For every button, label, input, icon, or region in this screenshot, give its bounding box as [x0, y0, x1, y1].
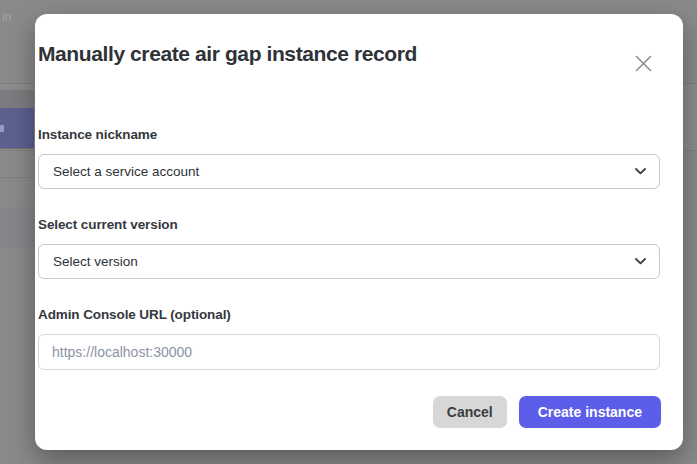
background-divider: [0, 177, 34, 178]
admin-console-url-input[interactable]: [38, 334, 660, 370]
background-divider: [0, 148, 34, 149]
modal-title: Manually create air gap instance record: [38, 40, 660, 68]
close-icon: [635, 55, 652, 72]
select-selected-value: Select version: [53, 254, 138, 269]
screen: in Manually create air gap instance reco…: [0, 0, 697, 464]
create-air-gap-instance-modal: Manually create air gap instance record …: [35, 14, 683, 450]
modal-actions: Cancel Create instance: [433, 396, 661, 428]
chevron-down-icon: [635, 168, 646, 175]
background-selected-row: [0, 108, 34, 148]
instance-nickname-label: Instance nickname: [38, 127, 660, 143]
background-table-header: [0, 90, 34, 108]
field-instance-nickname: Instance nickname Select a service accou…: [38, 127, 660, 189]
current-version-select[interactable]: Select version: [38, 244, 660, 279]
current-version-label: Select current version: [38, 217, 660, 233]
admin-console-url-label: Admin Console URL (optional): [38, 307, 660, 323]
field-current-version: Select current version Select version: [38, 217, 660, 279]
select-selected-value: Select a service account: [53, 164, 199, 179]
background-row-marker: [0, 125, 4, 132]
chevron-down-icon: [635, 258, 646, 265]
close-button[interactable]: [629, 49, 657, 77]
create-instance-button[interactable]: Create instance: [519, 396, 661, 428]
cancel-button[interactable]: Cancel: [433, 396, 507, 428]
background-partial-text: in: [2, 10, 11, 24]
background-band: [0, 207, 34, 247]
instance-nickname-select[interactable]: Select a service account: [38, 154, 660, 189]
field-admin-console-url: Admin Console URL (optional): [38, 307, 660, 370]
